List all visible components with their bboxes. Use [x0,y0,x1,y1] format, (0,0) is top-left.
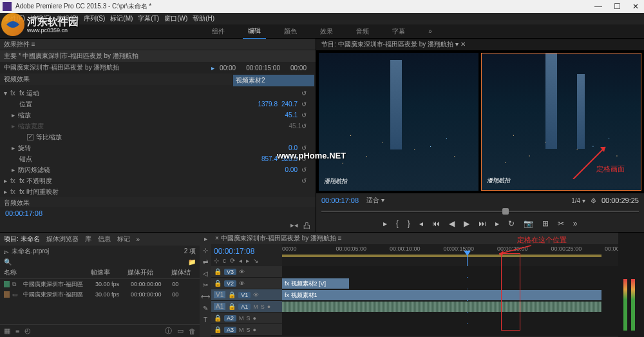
tri-icon[interactable]: ▸ [12,166,18,173]
lock-icon[interactable]: 🔒 [214,268,222,275]
program-scrubber[interactable] [321,207,639,215]
comparison-button[interactable]: ⊞ [542,219,549,228]
program-header[interactable]: 节目: 中國廣東深圳市-福田區夜景 by 潘翔航拍 ▾ ✕ [316,39,644,50]
col-end[interactable]: 媒体结 [171,268,196,277]
program-timecode[interactable]: 00:00:17:08 [321,197,359,204]
project-item[interactable]: ▭中國廣東深圳市-福田區30.00 fps00:00:00:0000 [0,289,200,300]
list-view-button[interactable]: ▦ [4,327,10,335]
resolution-dropdown[interactable]: 1/4 ▾ [571,197,585,204]
timeline-timecode[interactable]: 00:00:17:08 [214,247,279,256]
reset-icon[interactable]: ↺ [301,111,312,119]
tri-icon[interactable]: ▸ [12,122,18,130]
solo-icon[interactable]: S [261,303,265,310]
link-icon[interactable]: c [223,257,226,264]
marker-icon[interactable]: ⟳ [230,257,235,264]
libraries-tab[interactable]: 库 [85,235,91,244]
track-a3-header[interactable]: 🔒A3MS● [211,324,282,335]
goto-in-button[interactable]: ◂ [419,219,423,228]
track-a1-body[interactable] [282,301,618,312]
search-icon[interactable]: 🔍 [4,258,12,265]
timeremap-effect[interactable]: fx 时间重映射 [19,188,312,197]
clip-v2[interactable]: fx 视频素材2 [V] [282,278,349,289]
mute-icon[interactable]: M [239,327,244,333]
reset-icon[interactable]: ↺ [301,101,312,108]
ws-color[interactable]: 颜色 [279,24,302,39]
tri-icon[interactable]: ▸ [4,177,10,184]
record-icon[interactable]: ● [253,327,256,333]
pen-tool[interactable]: ✎ [203,305,208,314]
track-v3-header[interactable]: 🔒V3👁 [211,266,282,277]
tri-icon[interactable]: ▸ [12,144,18,151]
project-item[interactable]: ⧉中國廣東深圳市-福田區30.00 fps00:00:00:0000 [0,279,200,289]
fx-transport-icon[interactable]: ▸◂ [290,221,298,231]
eye-icon[interactable]: 👁 [239,280,245,287]
ws-titles[interactable]: 字幕 [387,24,410,39]
track-a2-header[interactable]: 🔒A2MS● [211,313,282,323]
overflow-tab[interactable]: » [137,236,140,243]
mark-in-button[interactable]: ▸ [383,219,387,228]
rolling-tool[interactable]: ◁ [203,270,208,279]
reset-icon[interactable]: ↺ [301,90,312,97]
trim-button[interactable]: ✂ [558,219,564,228]
tri-icon[interactable]: ▸ [12,111,18,119]
play-reverse-button[interactable]: ◀ [449,219,455,228]
menu-mark[interactable]: 标记(M) [110,14,133,23]
menu-title[interactable]: 字幕(T) [138,14,159,23]
ws-assembly[interactable]: 组件 [207,24,230,39]
col-framerate[interactable]: 帧速率 [91,268,128,277]
snap-icon[interactable]: ⊹ [214,257,219,264]
loop-button[interactable]: ↻ [508,219,515,228]
project-tab[interactable]: 项目: 未命名 [4,235,40,244]
razor-tool[interactable]: ✂ [203,282,208,291]
fx-timecode[interactable]: 00:00:17:08 [0,207,316,220]
position-y[interactable]: 240.7 [281,101,298,108]
record-icon[interactable]: ● [253,315,256,322]
markers-tab[interactable]: 标记 [117,235,130,244]
flicker-value[interactable]: 0.00 [285,166,298,173]
export-frame-button[interactable]: 📷 [524,219,533,228]
type-tool[interactable]: T [204,316,207,325]
mute-icon[interactable]: M [239,315,244,322]
reset-icon[interactable]: ↺ [301,166,312,173]
trash-button[interactable]: 🗑 [189,327,196,335]
fx-timeline-clip[interactable]: 视频素材2 [233,75,314,86]
program-monitor-left[interactable]: 潘翔航拍 [319,53,478,191]
mark-out-icon[interactable]: } [408,219,410,228]
position-x[interactable]: 1379.8 [258,101,278,108]
overwrite-icon[interactable]: ▸ [246,257,249,264]
goto-out-button[interactable]: ▸ [495,219,499,228]
info-button[interactable]: ⓘ [165,326,172,336]
mark-in-icon[interactable]: { [396,219,399,228]
work-area-bar[interactable] [282,255,601,257]
minimize-button[interactable]: — [594,2,602,11]
tri-icon[interactable]: ▸ [4,188,10,195]
ws-overflow[interactable]: » [423,25,437,37]
lock-icon[interactable]: 🔒 [228,303,236,310]
source-patch[interactable]: A1 [214,303,225,310]
slip-tool[interactable]: ⟷ [201,293,210,302]
record-icon[interactable]: ● [267,303,270,310]
menu-window[interactable]: 窗口(W) [164,14,187,23]
maximize-button[interactable]: ☐ [614,2,621,11]
uniform-checkbox[interactable]: ✓ [27,134,33,140]
track-v1-header[interactable]: V1🔒V1👁 [211,289,282,300]
menu-help[interactable]: 帮助(H) [193,14,214,23]
solo-icon[interactable]: S [247,315,251,322]
bin-icon[interactable]: 📁 [188,258,196,265]
anchor-x[interactable]: 857.4 [261,155,278,162]
step-back-button[interactable]: ⏮ [432,219,440,228]
fx-play-icon[interactable]: ▸ [211,64,214,72]
col-start[interactable]: 媒体开始 [128,268,171,277]
info-tab[interactable]: 信息 [98,235,111,244]
opacity-effect[interactable]: fx 不透明度 [19,177,301,186]
play-button[interactable]: ▶ [464,219,469,228]
tri-icon[interactable]: ▾ [4,90,10,97]
more-button[interactable]: » [573,219,578,228]
ws-editing[interactable]: 编辑 [243,24,266,39]
effect-controls-tab[interactable]: 效果控件 ≡ [0,39,316,50]
clip-a1[interactable] [282,302,601,312]
track-v2-body[interactable]: fx 视频素材2 [V] [282,278,618,289]
icon-view-button[interactable]: ≡ [15,327,19,335]
insert-icon[interactable]: ◂ [239,257,242,264]
eye-icon[interactable]: 👁 [239,269,245,275]
